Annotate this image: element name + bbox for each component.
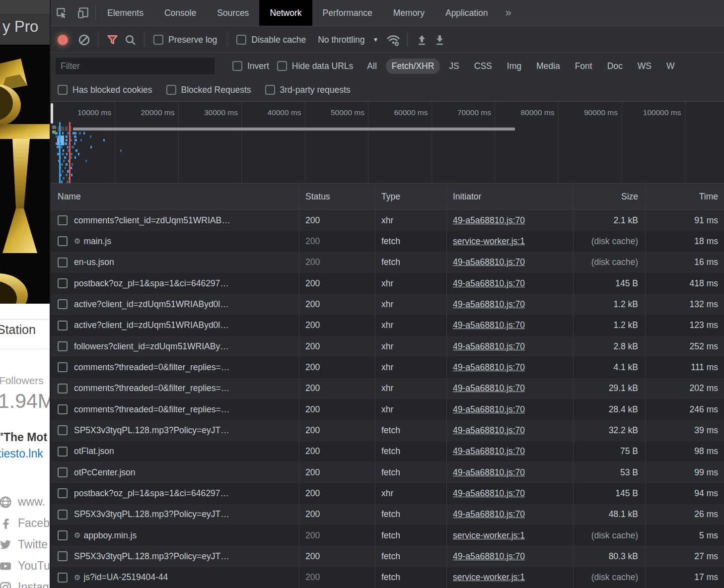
network-conditions-icon[interactable] (384, 31, 402, 49)
initiator-link[interactable]: 49-a5a68810.js:70 (453, 467, 525, 478)
network-overview[interactable]: 10000 ms20000 ms30000 ms40000 ms50000 ms… (51, 102, 724, 184)
row-checkbox[interactable] (58, 362, 68, 372)
filter-funnel-icon[interactable] (103, 31, 121, 49)
table-row[interactable]: comments?threaded=0&filter_replies=…200x… (51, 357, 724, 378)
social-link-www[interactable]: www. (0, 491, 50, 513)
table-row[interactable]: otFlat.json200fetch49-a5a68810.js:7075 B… (51, 441, 724, 462)
initiator-link[interactable]: service-worker.js:1 (453, 236, 525, 247)
filter-input[interactable] (56, 58, 215, 74)
initiator-link[interactable]: 49-a5a68810.js:70 (453, 509, 525, 520)
row-checkbox[interactable] (58, 299, 68, 309)
clear-network-log-icon[interactable] (75, 31, 93, 49)
filter-type-fetchxhr[interactable]: Fetch/XHR (386, 59, 440, 74)
request-name[interactable]: postback?oz_pl=1&spa=1&ci=646297… (74, 488, 229, 499)
column-header-initiator[interactable]: Initiator (446, 184, 573, 209)
request-name[interactable]: main.js (83, 236, 111, 247)
initiator-link[interactable]: 49-a5a68810.js:70 (453, 425, 525, 436)
filter-type-ws[interactable]: WS (632, 59, 657, 74)
table-row[interactable]: ⚙main.js200fetchservice-worker.js:1(disk… (51, 231, 724, 252)
filter-type-img[interactable]: Img (501, 59, 527, 74)
initiator-link[interactable]: 49-a5a68810.js:70 (453, 215, 525, 226)
table-row[interactable]: ⚙js?id=UA-2519404-44200fetchservice-work… (51, 567, 724, 588)
row-checkbox[interactable] (58, 467, 68, 477)
table-row[interactable]: SP5X3v3tyqPL.128.mp3?Policy=eyJT…200fetc… (51, 546, 724, 567)
request-name[interactable]: comments?client_id=zdUqm51WRIAB… (74, 215, 230, 226)
disable-cache-checkbox[interactable] (236, 35, 246, 45)
filter-type-font[interactable]: Font (569, 59, 598, 74)
export-har-icon[interactable] (431, 31, 448, 49)
device-toolbar-icon[interactable] (72, 0, 94, 26)
initiator-link[interactable]: 49-a5a68810.js:70 (453, 446, 525, 457)
request-name[interactable]: comments?threaded=0&filter_replies=… (74, 404, 229, 415)
table-row[interactable]: postback?oz_pl=1&spa=1&ci=646297…200xhr4… (51, 273, 724, 294)
filter-type-css[interactable]: CSS (468, 59, 498, 74)
record-network-log-button[interactable] (58, 35, 68, 45)
filter-type-js[interactable]: JS (443, 59, 465, 74)
row-checkbox[interactable] (58, 258, 68, 267)
row-checkbox[interactable] (58, 404, 68, 414)
initiator-link[interactable]: 49-a5a68810.js:70 (453, 341, 525, 352)
row-checkbox[interactable] (58, 278, 68, 288)
request-name[interactable]: otFlat.json (74, 446, 114, 457)
more-tabs-button[interactable]: » (499, 0, 518, 26)
row-checkbox[interactable] (58, 488, 68, 498)
initiator-link[interactable]: 49-a5a68810.js:70 (453, 257, 525, 267)
table-row[interactable]: ⚙appboy.min.js200fetchservice-worker.js:… (51, 525, 724, 546)
request-name[interactable]: otPcCenter.json (74, 467, 136, 478)
social-link-faceb[interactable]: Faceb (0, 513, 50, 534)
row-checkbox[interactable] (58, 551, 68, 561)
request-name[interactable]: appboy.min.js (83, 530, 137, 541)
request-name[interactable]: active?client_id=zdUqm51WRIAByd0l… (74, 299, 229, 310)
tab-performance[interactable]: Performance (312, 0, 383, 26)
table-row[interactable]: comments?threaded=0&filter_replies=…200x… (51, 399, 724, 420)
column-header-name[interactable]: Name (51, 184, 299, 209)
initiator-link[interactable]: 49-a5a68810.js:70 (453, 299, 525, 310)
table-row[interactable]: comments?client_id=zdUqm51WRIAB…200xhr49… (51, 210, 724, 231)
filter-type-doc[interactable]: Doc (601, 59, 629, 74)
table-row[interactable]: en-us.json200fetch49-a5a68810.js:70(disk… (51, 252, 724, 273)
row-checkbox[interactable] (58, 530, 68, 540)
initiator-link[interactable]: 49-a5a68810.js:70 (453, 488, 525, 499)
filter-type-w[interactable]: W (660, 59, 681, 74)
request-name[interactable]: SP5X3v3tyqPL.128.mp3?Policy=eyJT… (74, 425, 229, 436)
option-checkbox-2[interactable] (265, 85, 275, 95)
request-name[interactable]: comments?threaded=0&filter_replies=… (74, 383, 229, 393)
overview-handle[interactable] (51, 103, 53, 124)
request-name[interactable]: SP5X3v3tyqPL.128.mp3?Policy=eyJT… (74, 551, 229, 562)
table-row[interactable]: SP5X3v3tyqPL.128.mp3?Policy=eyJT…200fetc… (51, 504, 724, 525)
row-checkbox[interactable] (58, 573, 68, 583)
column-header-time[interactable]: Time (645, 184, 724, 209)
filter-type-media[interactable]: Media (530, 59, 566, 74)
request-name[interactable]: postback?oz_pl=1&spa=1&ci=646297… (74, 278, 229, 289)
hide-data-urls-checkbox[interactable] (277, 61, 287, 71)
request-name[interactable]: SP5X3v3tyqPL.128.mp3?Policy=eyJT… (74, 509, 229, 520)
table-row[interactable]: active?client_id=zdUqm51WRIAByd0l…200xhr… (51, 315, 724, 336)
request-name[interactable]: comments?threaded=0&filter_replies=… (74, 362, 229, 373)
preserve-log-checkbox[interactable] (153, 35, 163, 45)
request-name[interactable]: active?client_id=zdUqm51WRIAByd0l… (74, 320, 229, 330)
option-checkbox-0[interactable] (58, 85, 68, 95)
initiator-link[interactable]: service-worker.js:1 (453, 572, 525, 583)
throttling-select[interactable]: No throttling (318, 35, 364, 45)
initiator-link[interactable]: 49-a5a68810.js:70 (453, 551, 525, 562)
row-checkbox[interactable] (58, 236, 68, 246)
social-link-youtu[interactable]: YouTu (0, 555, 50, 577)
initiator-link[interactable]: 49-a5a68810.js:70 (453, 383, 525, 393)
initiator-link[interactable]: 49-a5a68810.js:70 (453, 278, 525, 289)
import-har-icon[interactable] (413, 31, 431, 49)
column-header-status[interactable]: Status (299, 184, 375, 209)
option-checkbox-1[interactable] (166, 85, 176, 95)
invert-checkbox[interactable] (232, 61, 242, 71)
external-link[interactable]: tiesto.lnk (0, 447, 43, 460)
row-checkbox[interactable] (58, 321, 68, 330)
tab-memory[interactable]: Memory (383, 0, 435, 26)
search-icon[interactable] (121, 31, 139, 49)
table-row[interactable]: postback?oz_pl=1&spa=1&ci=646297…200xhr4… (51, 483, 724, 504)
column-header-size[interactable]: Size (573, 184, 645, 209)
row-checkbox[interactable] (58, 215, 68, 225)
initiator-link[interactable]: 49-a5a68810.js:70 (453, 404, 525, 415)
chevron-down-icon[interactable]: ▼ (373, 36, 379, 43)
table-row[interactable]: followers?client_id=zdUqm51WRIABy…200xhr… (51, 336, 724, 357)
initiator-link[interactable]: 49-a5a68810.js:70 (453, 362, 525, 373)
row-checkbox[interactable] (58, 384, 68, 393)
